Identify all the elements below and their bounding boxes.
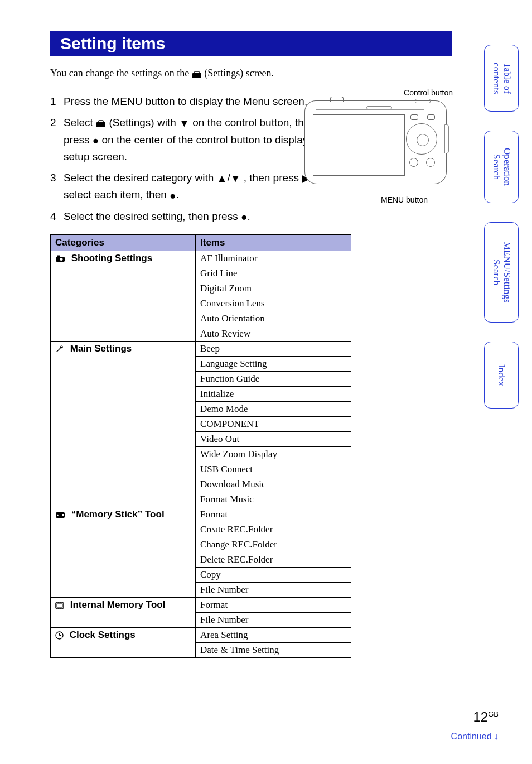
item-cell: Delete REC.Folder — [196, 552, 351, 567]
table-row: Clock SettingsArea Setting — [51, 627, 351, 642]
item-cell: Change REC.Folder — [196, 537, 351, 552]
toolbox-icon — [96, 115, 106, 131]
item-cell: Initialize — [196, 386, 351, 401]
item-cell: Download Music — [196, 477, 351, 492]
text: (Settings) with — [109, 117, 179, 128]
item-cell: COMPONENT — [196, 416, 351, 431]
svg-rect-1 — [195, 71, 199, 74]
intro-pre: You can change the settings on the — [50, 68, 192, 79]
page-number: 12GB — [473, 709, 499, 725]
item-cell: Beep — [196, 341, 351, 356]
text: Select the desired category with — [64, 172, 217, 184]
category-label: Internal Memory Tool — [70, 599, 166, 610]
category-cell: Main Settings — [51, 341, 196, 507]
category-label: Clock Settings — [70, 630, 136, 640]
tab-operation-search[interactable]: Operation Search — [484, 131, 519, 203]
table-row: Shooting SettingsAF Illuminator — [51, 251, 351, 266]
center-dot-icon: ● — [93, 132, 99, 148]
text: , then press — [244, 172, 302, 184]
camera-icon — [55, 253, 65, 264]
step-2: 2 Select (Settings) with ▼ on the contro… — [50, 114, 335, 165]
control-button-label: Control button — [301, 88, 457, 97]
down-arrow-icon: ↓ — [494, 732, 499, 741]
menu-button-label: MENU button — [301, 195, 457, 204]
item-cell: AF Illuminator — [196, 251, 351, 266]
down-triangle-icon: ▼ — [230, 170, 241, 186]
item-cell: File Number — [196, 582, 351, 597]
card-icon — [55, 509, 65, 520]
category-label: Main Settings — [70, 343, 132, 354]
item-cell: Date & Time Setting — [196, 642, 351, 657]
svg-rect-7 — [57, 256, 60, 257]
item-cell: File Number — [196, 612, 351, 627]
category-cell: Internal Memory Tool — [51, 597, 196, 627]
step-text: Select (Settings) with ▼ on the control … — [64, 114, 335, 165]
text: on the center of the control button to d… — [64, 134, 326, 163]
item-cell: Format — [196, 507, 351, 522]
svg-rect-2 — [192, 75, 201, 75]
svg-point-10 — [57, 514, 59, 516]
steps-list: 1 Press the MENU button to display the M… — [50, 93, 335, 225]
table-header-items: Items — [196, 234, 351, 251]
item-cell: Conversion Lens — [196, 296, 351, 311]
svg-point-8 — [60, 258, 63, 261]
step-4: 4 Select the desired setting, then press… — [50, 208, 335, 225]
category-label: “Memory Stick” Tool — [71, 509, 165, 520]
category-cell: Clock Settings — [51, 627, 196, 657]
table-header-categories: Categories — [51, 234, 196, 251]
up-triangle-icon: ▲ — [217, 170, 228, 186]
camera-illustration: Control button MENU button — [301, 88, 457, 204]
step-text: Select the desired setting, then press ●… — [64, 208, 335, 225]
tab-menu-settings-search[interactable]: MENU/Settings Search — [484, 222, 519, 323]
text: Select — [64, 117, 96, 128]
table-row: Internal Memory ToolFormat — [51, 597, 351, 612]
step-num: 4 — [50, 208, 64, 225]
center-dot-icon: ● — [170, 188, 176, 204]
svg-rect-4 — [99, 121, 103, 123]
text: Select the desired setting, then press — [64, 210, 241, 222]
settings-table: Categories Items Shooting SettingsAF Ill… — [50, 234, 351, 658]
item-cell: Wide Zoom Display — [196, 446, 351, 462]
side-tabs: Table of contents Operation Search MENU/… — [484, 45, 519, 427]
item-cell: Video Out — [196, 431, 351, 446]
item-cell: USB Connect — [196, 462, 351, 477]
step-num: 1 — [50, 93, 64, 109]
wrench-icon — [55, 343, 64, 354]
item-cell: Grid Line — [196, 266, 351, 281]
svg-rect-11 — [62, 514, 64, 516]
item-cell: Create REC.Folder — [196, 522, 351, 537]
category-cell: Shooting Settings — [51, 251, 196, 341]
continued-text: Continued — [451, 732, 492, 741]
item-cell: Function Guide — [196, 371, 351, 386]
internal-icon — [55, 599, 64, 611]
clock-icon — [55, 630, 64, 641]
step-text: Select the desired category with ▲/▼ , t… — [64, 170, 335, 204]
table-row: “Memory Stick” ToolFormat — [51, 507, 351, 522]
item-cell: Area Setting — [196, 627, 351, 642]
text: . — [247, 210, 250, 222]
category-cell: “Memory Stick” Tool — [51, 507, 196, 597]
page-title: Setting items — [50, 31, 452, 56]
step-1: 1 Press the MENU button to display the M… — [50, 93, 335, 109]
intro-post: (Settings) screen. — [204, 68, 274, 79]
item-cell: Demo Mode — [196, 401, 351, 416]
step-num: 2 — [50, 114, 64, 165]
tab-index[interactable]: Index — [484, 342, 519, 409]
tab-table-of-contents[interactable]: Table of contents — [484, 45, 519, 112]
page-number-suffix: GB — [488, 710, 499, 718]
item-cell: Digital Zoom — [196, 281, 351, 296]
step-num: 3 — [50, 170, 64, 204]
item-cell: Auto Orientation — [196, 311, 351, 326]
center-dot-icon: ● — [241, 209, 247, 225]
svg-rect-13 — [57, 604, 62, 607]
down-triangle-icon: ▼ — [179, 115, 190, 131]
step-text: Press the MENU button to display the Men… — [64, 93, 335, 109]
toolbox-icon — [192, 68, 202, 80]
table-row: Main SettingsBeep — [51, 341, 351, 356]
item-cell: Language Setting — [196, 356, 351, 371]
item-cell: Format Music — [196, 492, 351, 507]
item-cell: Format — [196, 597, 351, 612]
intro-text: You can change the settings on the (Sett… — [50, 68, 482, 80]
item-cell: Auto Review — [196, 326, 351, 341]
continued-link[interactable]: Continued ↓ — [451, 732, 499, 742]
